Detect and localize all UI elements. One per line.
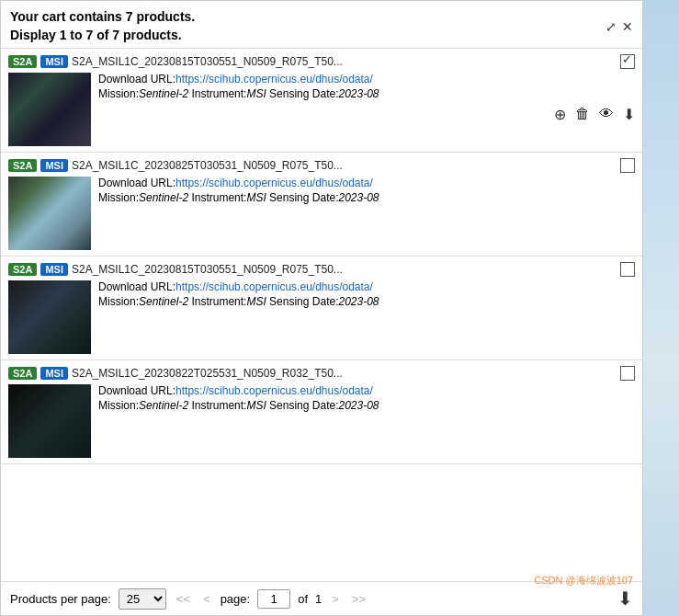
download-url-link[interactable]: https://scihub.copernicus.eu/dhus/odata/: [175, 384, 373, 397]
badge-s2a: S2A: [8, 55, 37, 68]
product-checkbox[interactable]: [620, 262, 635, 277]
cart-title-line2: Display 1 to 7 of 7 products.: [10, 27, 195, 45]
product-mission-line: Mission:Sentinel-2 Instrument:MSI Sensin…: [98, 87, 635, 100]
products-list: S2AMSIS2A_MSIL1C_20230815T030551_N0509_R…: [1, 49, 642, 581]
total-pages: 1: [315, 592, 322, 606]
product-thumbnail: [8, 177, 91, 250]
product-thumbnail: [8, 384, 91, 458]
per-page-label: Products per page:: [10, 592, 111, 606]
product-body: Download URL:https://scihub.copernicus.e…: [8, 280, 635, 354]
close-icon[interactable]: ✕: [622, 19, 633, 34]
header-title-block: Your cart contains 7 products. Display 1…: [10, 8, 195, 44]
product-item: S2AMSIS2A_MSIL1C_20230822T025531_N0509_R…: [1, 360, 642, 464]
product-info: Download URL:https://scihub.copernicus.e…: [98, 384, 635, 458]
of-label: of: [298, 592, 308, 606]
badge-msi: MSI: [40, 367, 68, 380]
product-item-header: S2AMSIS2A_MSIL1C_20230815T030551_N0509_R…: [8, 54, 635, 69]
page-label: page:: [221, 592, 251, 606]
product-checkbox[interactable]: [620, 366, 635, 381]
cart-title-line1: Your cart contains 7 products.: [10, 8, 195, 27]
per-page-select[interactable]: 102550100: [119, 588, 166, 610]
badge-msi: MSI: [40, 263, 68, 276]
product-body: Download URL:https://scihub.copernicus.e…: [8, 177, 635, 250]
product-thumbnail: [8, 73, 91, 146]
badge-s2a: S2A: [8, 159, 37, 172]
watermark: CSDN @海绵波波107: [534, 574, 633, 587]
product-name: S2A_MSIL1C_20230815T030551_N0509_R075_T5…: [72, 263, 617, 276]
download-all-icon[interactable]: ⬇: [617, 587, 633, 610]
badge-s2a: S2A: [8, 367, 37, 380]
product-mission-line: Mission:Sentinel-2 Instrument:MSI Sensin…: [98, 295, 635, 308]
resize-icon[interactable]: ⤢: [605, 19, 617, 34]
eye-icon[interactable]: 👁: [599, 106, 614, 123]
product-item-header: S2AMSIS2A_MSIL1C_20230822T025531_N0509_R…: [8, 366, 635, 381]
product-item-header: S2AMSIS2A_MSIL1C_20230815T030551_N0509_R…: [8, 262, 635, 277]
product-name: S2A_MSIL1C_20230825T030531_N0509_R075_T5…: [72, 159, 617, 172]
delete-icon[interactable]: 🗑: [575, 106, 590, 123]
product-item: S2AMSIS2A_MSIL1C_20230815T030551_N0509_R…: [1, 49, 642, 153]
product-name: S2A_MSIL1C_20230822T025531_N0509_R032_T5…: [72, 367, 617, 380]
download-url-link[interactable]: https://scihub.copernicus.eu/dhus/odata/: [175, 73, 373, 86]
cart-panel: Your cart contains 7 products. Display 1…: [0, 0, 643, 616]
download-icon[interactable]: ⬇: [623, 106, 635, 123]
product-download-url-line: Download URL:https://scihub.copernicus.e…: [98, 177, 635, 189]
last-page-button[interactable]: >>: [349, 590, 368, 608]
product-download-url-line: Download URL:https://scihub.copernicus.e…: [98, 384, 635, 397]
product-checkbox[interactable]: [620, 158, 635, 173]
product-mission-line: Mission:Sentinel-2 Instrument:MSI Sensin…: [98, 399, 635, 412]
product-actions: ⊕🗑👁⬇: [98, 106, 635, 123]
product-info: Download URL:https://scihub.copernicus.e…: [98, 280, 635, 354]
badge-msi: MSI: [40, 55, 68, 68]
product-thumbnail: [8, 280, 91, 354]
product-body: Download URL:https://scihub.copernicus.e…: [8, 384, 635, 458]
product-item: S2AMSIS2A_MSIL1C_20230815T030551_N0509_R…: [1, 257, 642, 360]
panel-header: Your cart contains 7 products. Display 1…: [1, 1, 642, 49]
first-page-button[interactable]: <<: [174, 590, 193, 608]
badge-msi: MSI: [40, 159, 68, 172]
next-page-button[interactable]: >: [329, 590, 342, 608]
product-body: Download URL:https://scihub.copernicus.e…: [8, 73, 635, 146]
header-icons: ⤢ ✕: [605, 19, 633, 34]
badge-s2a: S2A: [8, 263, 37, 276]
product-item: S2AMSIS2A_MSIL1C_20230825T030531_N0509_R…: [1, 153, 642, 257]
crosshair-icon[interactable]: ⊕: [554, 106, 566, 123]
download-url-link[interactable]: https://scihub.copernicus.eu/dhus/odata/: [175, 280, 373, 293]
download-url-link[interactable]: https://scihub.copernicus.eu/dhus/odata/: [175, 177, 373, 189]
product-mission-line: Mission:Sentinel-2 Instrument:MSI Sensin…: [98, 191, 635, 204]
product-info: Download URL:https://scihub.copernicus.e…: [98, 73, 635, 146]
product-checkbox[interactable]: [620, 54, 635, 69]
product-download-url-line: Download URL:https://scihub.copernicus.e…: [98, 280, 635, 293]
product-download-url-line: Download URL:https://scihub.copernicus.e…: [98, 73, 635, 86]
product-item-header: S2AMSIS2A_MSIL1C_20230825T030531_N0509_R…: [8, 158, 635, 173]
product-info: Download URL:https://scihub.copernicus.e…: [98, 177, 635, 250]
prev-page-button[interactable]: <: [200, 590, 213, 608]
product-name: S2A_MSIL1C_20230815T030551_N0509_R075_T5…: [72, 55, 617, 68]
page-input[interactable]: [257, 589, 290, 609]
